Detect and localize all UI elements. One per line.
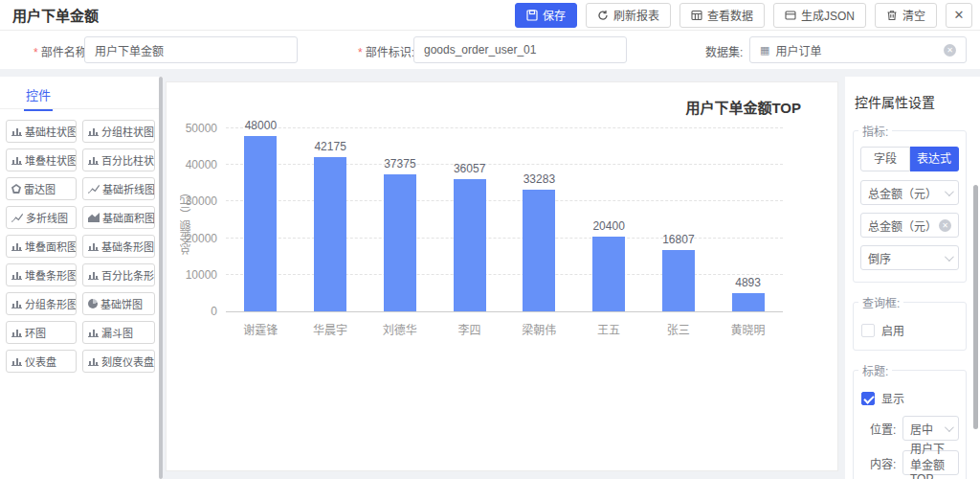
sidebar-item-label: 基础面积图 [102, 210, 155, 225]
view-data-button[interactable]: 查看数据 [679, 3, 765, 28]
sidebar-item-3[interactable]: 百分比柱状 [82, 148, 155, 171]
table-icon [691, 10, 702, 21]
page-title: 用户下单金额 [12, 5, 99, 25]
dataset-icon: ▦ [760, 44, 769, 57]
sidebar-item-label: 雷达图 [24, 181, 56, 196]
bar-chart-icon [88, 356, 99, 366]
refresh-icon [597, 10, 609, 21]
generate-json-button[interactable]: 生成JSON [773, 3, 866, 28]
sidebar-item-11[interactable]: 百分比条形 [82, 263, 155, 286]
tab-expression[interactable]: 表达式 [910, 147, 959, 171]
sidebar-item-2[interactable]: 堆叠柱状图 [6, 148, 77, 171]
clear-button[interactable]: 清空 [875, 3, 937, 28]
content-label: 内容: [870, 455, 902, 471]
bar-chart-icon [88, 155, 99, 165]
bar-chart-icon [88, 126, 99, 136]
bar-value-label: 42175 [286, 140, 375, 153]
sidebar-item-6[interactable]: 多折线图 [6, 206, 77, 229]
bar-chart-icon [88, 328, 99, 337]
sidebar-item-label: 基础饼图 [100, 296, 143, 311]
widget-form: 部件名称: 用户下单金额 部件标识: goods_order_user_01 数… [0, 31, 980, 69]
refresh-report-button[interactable]: 刷新报表 [586, 3, 671, 28]
bar[interactable] [592, 237, 625, 311]
sidebar-item-4[interactable]: 雷达图 [6, 177, 77, 200]
bar[interactable] [454, 179, 486, 311]
metric-select[interactable]: 总金额（元） [860, 180, 959, 205]
sidebar-item-0[interactable]: 基础柱状图 [6, 120, 77, 143]
widget-sidebar: 控件 基础柱状图分组柱状图堆叠柱状图百分比柱状雷达图基础折线图多折线图基础面积图… [0, 77, 163, 479]
chevron-down-icon [945, 187, 954, 196]
bar-slot: 37375刘德华 [366, 128, 435, 311]
y-axis-tick: 30000 [186, 194, 217, 208]
widget-id-label: 部件标识: [358, 43, 414, 59]
sidebar-item-12[interactable]: 分组条形图 [6, 292, 77, 315]
bar[interactable] [314, 157, 346, 311]
chevron-down-icon [945, 252, 954, 262]
bar-chart-icon [88, 241, 99, 251]
sidebar-item-1[interactable]: 分组柱状图 [82, 120, 155, 143]
panel-title: 控件属性设置 [853, 92, 967, 111]
widget-name-label: 部件名称: [33, 43, 90, 59]
sidebar-item-17[interactable]: 刻度仪表盘 [82, 350, 155, 373]
bar[interactable] [732, 293, 765, 311]
tab-field[interactable]: 字段 [860, 147, 910, 171]
sidebar-item-9[interactable]: 基础条形图 [82, 235, 155, 258]
clear-metric-icon[interactable]: ✕ [939, 219, 951, 232]
position-select[interactable]: 居中 [902, 416, 959, 441]
sidebar-item-label: 百分比条形 [101, 267, 154, 283]
plot-area: 0100002000030000400005000048000谢霆锋42175华… [226, 128, 783, 312]
sidebar-item-15[interactable]: 漏斗图 [82, 321, 155, 344]
close-button[interactable]: ✕ [946, 3, 972, 28]
y-axis-title: 总金额（元） [178, 128, 194, 312]
clear-dataset-icon[interactable]: ✕ [944, 44, 956, 57]
sidebar-item-10[interactable]: 堆叠条形图 [6, 263, 77, 286]
widget-list: 基础柱状图分组柱状图堆叠柱状图百分比柱状雷达图基础折线图多折线图基础面积图堆叠面… [0, 109, 163, 373]
widget-name-input[interactable]: 用户下单金额 [84, 36, 298, 63]
query-enable-checkbox[interactable] [861, 324, 875, 337]
indicator-section: 指标: 字段 表达式 总金额（元） 总金额（元） ✕ 倒序 [853, 123, 967, 283]
sidebar-item-13[interactable]: 基础饼图 [82, 292, 155, 315]
bar[interactable] [662, 250, 695, 311]
bar-value-label: 20400 [565, 219, 654, 233]
title-show-checkbox[interactable] [861, 392, 875, 405]
sidebar-item-14[interactable]: 环图 [6, 321, 77, 344]
tab-controls[interactable]: 控件 [24, 77, 53, 111]
widget-editor: 用户下单金额 保存 刷新报表 查看数据 生成JSON 清空 [0, 0, 980, 479]
save-button[interactable]: 保存 [515, 3, 577, 28]
widget-id-input[interactable]: goods_order_user_01 [413, 36, 627, 63]
metric-expression-input[interactable]: 总金额（元） ✕ [860, 213, 959, 238]
top-bar: 用户下单金额 保存 刷新报表 查看数据 生成JSON 清空 [0, 0, 980, 31]
query-section: 查询框: 启用 [853, 294, 967, 351]
sort-select[interactable]: 倒序 [860, 245, 959, 270]
line-chart-icon [88, 184, 100, 194]
sidebar-scrollbar[interactable] [159, 77, 163, 479]
bar-value-label: 4893 [703, 276, 792, 289]
y-axis-tick: 40000 [186, 158, 217, 171]
bar[interactable] [244, 136, 277, 311]
bar[interactable] [523, 190, 555, 311]
bar[interactable] [384, 174, 416, 311]
bar-slot: 36057李四 [434, 128, 504, 311]
chevron-down-icon [945, 422, 954, 432]
query-label: 查询框: [858, 294, 903, 310]
panel-scrollbar[interactable] [973, 185, 978, 429]
sidebar-item-label: 分组条形图 [25, 296, 77, 311]
title-section: 标题: 显示 位置: 居中 内容: 用户下单金额TOP [853, 362, 967, 479]
area-chart-icon [88, 213, 100, 222]
sidebar-item-16[interactable]: 仪表盘 [6, 350, 77, 373]
sidebar-item-label: 分组柱状图 [101, 124, 154, 139]
sidebar-item-label: 百分比柱状 [101, 152, 154, 168]
pie-chart-icon [88, 299, 98, 308]
content-input[interactable]: 用户下单金额TOP [902, 450, 959, 475]
y-axis-tick: 10000 [186, 268, 217, 282]
sidebar-item-8[interactable]: 堆叠面积图 [6, 235, 77, 258]
dataset-select[interactable]: ▦ 用户订单 ✕ [749, 36, 967, 63]
indicator-label: 指标: [858, 123, 892, 139]
y-axis-tick: 20000 [186, 232, 217, 245]
bar-chart-icon [11, 155, 22, 165]
sidebar-item-7[interactable]: 基础面积图 [82, 206, 155, 229]
sidebar-item-label: 基础条形图 [101, 239, 154, 254]
sidebar-item-5[interactable]: 基础折线图 [82, 177, 155, 200]
sidebar-item-label: 仪表盘 [25, 354, 56, 369]
bar-slot: 20400王五 [574, 128, 644, 311]
